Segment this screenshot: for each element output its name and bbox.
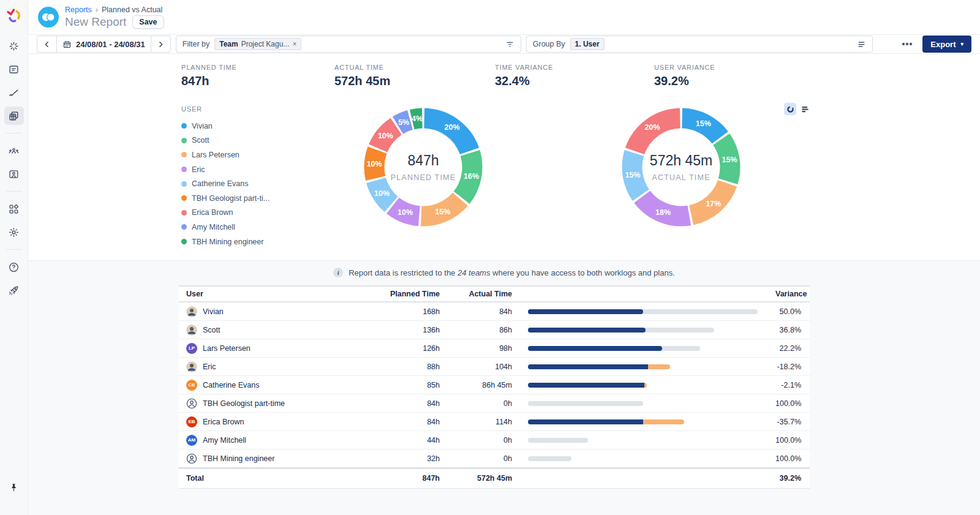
- table-row[interactable]: Eric88h104h-18.2%: [179, 358, 810, 376]
- group-list-icon[interactable]: [857, 40, 866, 49]
- export-caret-icon: ▾: [960, 41, 963, 47]
- user-name: Amy Mitchell: [203, 436, 246, 445]
- table-header-row: UserPlanned TimeActual TimeVariance: [179, 285, 810, 303]
- filter-by-label: Filter by: [183, 40, 209, 48]
- donut-view-toggle[interactable]: [784, 103, 796, 115]
- variance-bar: [528, 309, 758, 314]
- donut-segment-label: 16%: [464, 172, 479, 181]
- legend-color-dot: [181, 181, 187, 187]
- legend-item[interactable]: Vivian: [181, 119, 322, 133]
- page-title: New Report: [65, 15, 126, 29]
- help-icon[interactable]: [4, 258, 24, 276]
- app: Reports › Planned vs Actual New Report S…: [0, 0, 980, 515]
- avatar: LP: [186, 343, 197, 354]
- table-row[interactable]: LPLars Petersen126h98h22.2%: [179, 339, 810, 358]
- pin-sidebar-icon[interactable]: [4, 478, 24, 497]
- pulse-icon[interactable]: [4, 37, 24, 55]
- user-name: Eric: [203, 363, 216, 371]
- legend-color-dot: [181, 152, 187, 157]
- legend-item[interactable]: TBH Geologist part-ti...: [181, 191, 322, 206]
- filter-icon[interactable]: [505, 40, 514, 49]
- table-row[interactable]: CECatherine Evans85h86h 45m-2.1%: [179, 376, 810, 394]
- prev-period-button[interactable]: [37, 36, 56, 52]
- next-period-button[interactable]: [151, 36, 170, 52]
- legend-item[interactable]: Erica Brown: [181, 206, 322, 220]
- filter-by-field[interactable]: Filter by Team Project Kagu... ×: [176, 36, 521, 53]
- header-text: Reports › Planned vs Actual New Report S…: [65, 6, 164, 29]
- teams-icon[interactable]: [4, 141, 24, 160]
- group-by-chip[interactable]: 1. User: [570, 38, 605, 50]
- legend-item[interactable]: Lars Petersen: [181, 148, 322, 162]
- table-row[interactable]: TBH Geologist part-time84h0h100.0%: [179, 394, 810, 413]
- avatar: [186, 398, 197, 409]
- export-button[interactable]: Export ▾: [922, 36, 971, 53]
- donut-segment-label: 18%: [655, 208, 671, 217]
- variance-bar: [528, 456, 571, 461]
- tempo-logo-icon[interactable]: [6, 7, 23, 24]
- stat: PLANNED TIME847h: [181, 64, 334, 88]
- variance-bar: [528, 401, 643, 406]
- donut-segment-label: 20%: [644, 123, 660, 132]
- restriction-notice: i Report data is restricted to the 24 te…: [28, 265, 980, 280]
- avatar: CE: [186, 380, 197, 391]
- sidebar-divider: [6, 133, 22, 133]
- variance-bar: [528, 346, 700, 351]
- user-name: Scott: [203, 326, 221, 334]
- rocket-icon[interactable]: [4, 281, 24, 299]
- user-name: TBH Geologist part-time: [203, 399, 285, 408]
- team-filter-chip[interactable]: Team Project Kagu... ×: [214, 38, 301, 50]
- apps-icon[interactable]: [4, 200, 24, 218]
- table-row[interactable]: AMAmy Mitchell44h0h100.0%: [179, 431, 810, 449]
- reports-icon[interactable]: [4, 107, 24, 125]
- breadcrumb-current: Planned vs Actual: [102, 6, 162, 14]
- legend-color-dot: [181, 210, 187, 216]
- donut-segment-label: 15%: [625, 171, 640, 179]
- stat: USER VARIANCE39.2%: [654, 64, 813, 88]
- legend-color-dot: [181, 224, 187, 230]
- date-range-text: 24/08/01 - 24/08/31: [76, 40, 145, 49]
- legend-item[interactable]: TBH Mining engineer: [181, 235, 322, 249]
- trend-icon[interactable]: [4, 83, 24, 102]
- topbar: Reports › Planned vs Actual New Report S…: [28, 0, 980, 35]
- breadcrumb-reports-link[interactable]: Reports: [65, 6, 92, 14]
- report-table: UserPlanned TimeActual TimeVarianceVivia…: [179, 285, 810, 489]
- table-section: i Report data is restricted to the 24 te…: [28, 260, 980, 515]
- remove-filter-icon[interactable]: ×: [292, 40, 296, 48]
- donut-segment-label: 10%: [378, 132, 393, 140]
- bar-view-toggle[interactable]: [799, 103, 811, 115]
- avatar: [186, 325, 197, 336]
- member-card-icon[interactable]: [4, 165, 24, 183]
- legend-item[interactable]: Eric: [181, 162, 322, 177]
- variance-bar: [528, 383, 644, 388]
- donut-segment-label: 15%: [722, 156, 737, 164]
- avatar: EB: [186, 416, 197, 427]
- avatar: AM: [186, 435, 197, 446]
- table-row[interactable]: TBH Mining engineer32h0h100.0%: [179, 449, 810, 468]
- date-range-picker: 24/08/01 - 24/08/31: [37, 36, 171, 53]
- legend-title: USER: [181, 105, 322, 113]
- legend-color-dot: [181, 123, 187, 129]
- legend-item[interactable]: Amy Mitchell: [181, 220, 322, 235]
- breadcrumb-separator: ›: [96, 6, 98, 14]
- user-name: Erica Brown: [203, 418, 244, 426]
- chart-section: PLANNED TIME847hACTUAL TIME572h 45mTIME …: [28, 54, 980, 260]
- main: Reports › Planned vs Actual New Report S…: [28, 0, 980, 515]
- donut-segment-label: 17%: [706, 200, 721, 208]
- actual-donut-chart: 15%15%17%18%15%20% 572h 45m ACTUAL TIME: [617, 103, 745, 234]
- table-row[interactable]: Vivian168h84h50.0%: [179, 303, 810, 321]
- avatar: [186, 306, 197, 317]
- info-icon: i: [333, 268, 343, 277]
- legend-item[interactable]: Catherine Evans: [181, 176, 322, 191]
- legend-color-dot: [181, 167, 187, 172]
- donut-segment-label: 5%: [398, 118, 409, 127]
- donut-segment-label: 20%: [444, 123, 459, 132]
- table-row[interactable]: EBErica Brown84h114h-35.7%: [179, 413, 810, 431]
- board-icon[interactable]: [4, 60, 24, 78]
- table-row[interactable]: Scott136h86h36.8%: [179, 321, 810, 339]
- more-options-button[interactable]: •••: [897, 37, 918, 51]
- legend-item[interactable]: Scott: [181, 133, 322, 148]
- settings-icon[interactable]: [4, 223, 24, 241]
- date-range-button[interactable]: 24/08/01 - 24/08/31: [56, 36, 151, 52]
- group-by-field[interactable]: Group By 1. User: [526, 36, 873, 53]
- save-button[interactable]: Save: [132, 15, 164, 29]
